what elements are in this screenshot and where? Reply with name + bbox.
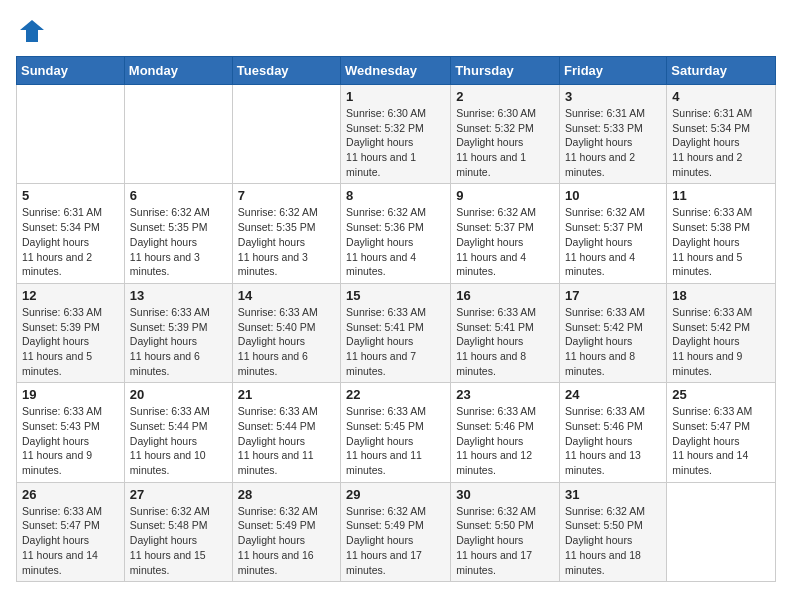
day-number: 21 [238, 387, 335, 402]
weekday-header: Friday [560, 57, 667, 85]
day-info: Sunrise: 6:33 AMSunset: 5:47 PMDaylight … [22, 504, 119, 577]
day-number: 11 [672, 188, 770, 203]
day-info: Sunrise: 6:31 AMSunset: 5:34 PMDaylight … [22, 205, 119, 278]
day-info: Sunrise: 6:33 AMSunset: 5:45 PMDaylight … [346, 404, 445, 477]
calendar-cell [17, 85, 125, 184]
weekday-header: Wednesday [341, 57, 451, 85]
day-info: Sunrise: 6:33 AMSunset: 5:39 PMDaylight … [130, 305, 227, 378]
calendar-cell: 21 Sunrise: 6:33 AMSunset: 5:44 PMDaylig… [232, 383, 340, 482]
calendar-cell: 5 Sunrise: 6:31 AMSunset: 5:34 PMDayligh… [17, 184, 125, 283]
calendar-cell: 30 Sunrise: 6:32 AMSunset: 5:50 PMDaylig… [451, 482, 560, 581]
svg-marker-0 [20, 20, 44, 42]
day-number: 13 [130, 288, 227, 303]
calendar-cell: 24 Sunrise: 6:33 AMSunset: 5:46 PMDaylig… [560, 383, 667, 482]
weekday-header-row: SundayMondayTuesdayWednesdayThursdayFrid… [17, 57, 776, 85]
calendar-cell: 29 Sunrise: 6:32 AMSunset: 5:49 PMDaylig… [341, 482, 451, 581]
day-info: Sunrise: 6:32 AMSunset: 5:50 PMDaylight … [456, 504, 554, 577]
day-info: Sunrise: 6:33 AMSunset: 5:43 PMDaylight … [22, 404, 119, 477]
day-info: Sunrise: 6:33 AMSunset: 5:41 PMDaylight … [456, 305, 554, 378]
calendar-cell: 31 Sunrise: 6:32 AMSunset: 5:50 PMDaylig… [560, 482, 667, 581]
calendar-cell: 27 Sunrise: 6:32 AMSunset: 5:48 PMDaylig… [124, 482, 232, 581]
calendar-week-row: 1 Sunrise: 6:30 AMSunset: 5:32 PMDayligh… [17, 85, 776, 184]
day-number: 9 [456, 188, 554, 203]
day-info: Sunrise: 6:32 AMSunset: 5:49 PMDaylight … [346, 504, 445, 577]
calendar-cell: 6 Sunrise: 6:32 AMSunset: 5:35 PMDayligh… [124, 184, 232, 283]
day-number: 26 [22, 487, 119, 502]
calendar-table: SundayMondayTuesdayWednesdayThursdayFrid… [16, 56, 776, 582]
day-number: 1 [346, 89, 445, 104]
day-info: Sunrise: 6:33 AMSunset: 5:40 PMDaylight … [238, 305, 335, 378]
day-info: Sunrise: 6:32 AMSunset: 5:50 PMDaylight … [565, 504, 661, 577]
day-info: Sunrise: 6:32 AMSunset: 5:48 PMDaylight … [130, 504, 227, 577]
day-number: 2 [456, 89, 554, 104]
day-info: Sunrise: 6:30 AMSunset: 5:32 PMDaylight … [346, 106, 445, 179]
day-number: 19 [22, 387, 119, 402]
calendar-cell: 26 Sunrise: 6:33 AMSunset: 5:47 PMDaylig… [17, 482, 125, 581]
day-info: Sunrise: 6:33 AMSunset: 5:44 PMDaylight … [130, 404, 227, 477]
day-info: Sunrise: 6:33 AMSunset: 5:41 PMDaylight … [346, 305, 445, 378]
day-number: 17 [565, 288, 661, 303]
day-info: Sunrise: 6:31 AMSunset: 5:33 PMDaylight … [565, 106, 661, 179]
day-number: 25 [672, 387, 770, 402]
day-number: 6 [130, 188, 227, 203]
day-number: 5 [22, 188, 119, 203]
calendar-cell [124, 85, 232, 184]
logo-icon [16, 16, 46, 46]
calendar-cell: 18 Sunrise: 6:33 AMSunset: 5:42 PMDaylig… [667, 283, 776, 382]
calendar-cell: 19 Sunrise: 6:33 AMSunset: 5:43 PMDaylig… [17, 383, 125, 482]
day-info: Sunrise: 6:32 AMSunset: 5:37 PMDaylight … [456, 205, 554, 278]
day-number: 7 [238, 188, 335, 203]
day-number: 29 [346, 487, 445, 502]
day-info: Sunrise: 6:32 AMSunset: 5:37 PMDaylight … [565, 205, 661, 278]
calendar-cell: 10 Sunrise: 6:32 AMSunset: 5:37 PMDaylig… [560, 184, 667, 283]
day-info: Sunrise: 6:33 AMSunset: 5:44 PMDaylight … [238, 404, 335, 477]
calendar-week-row: 5 Sunrise: 6:31 AMSunset: 5:34 PMDayligh… [17, 184, 776, 283]
weekday-header: Thursday [451, 57, 560, 85]
day-info: Sunrise: 6:32 AMSunset: 5:36 PMDaylight … [346, 205, 445, 278]
day-number: 27 [130, 487, 227, 502]
calendar-cell: 22 Sunrise: 6:33 AMSunset: 5:45 PMDaylig… [341, 383, 451, 482]
calendar-cell: 28 Sunrise: 6:32 AMSunset: 5:49 PMDaylig… [232, 482, 340, 581]
calendar-cell: 2 Sunrise: 6:30 AMSunset: 5:32 PMDayligh… [451, 85, 560, 184]
calendar-cell: 20 Sunrise: 6:33 AMSunset: 5:44 PMDaylig… [124, 383, 232, 482]
day-number: 30 [456, 487, 554, 502]
logo [16, 16, 50, 46]
day-number: 16 [456, 288, 554, 303]
calendar-cell: 25 Sunrise: 6:33 AMSunset: 5:47 PMDaylig… [667, 383, 776, 482]
calendar-cell: 13 Sunrise: 6:33 AMSunset: 5:39 PMDaylig… [124, 283, 232, 382]
day-number: 4 [672, 89, 770, 104]
day-number: 8 [346, 188, 445, 203]
day-number: 12 [22, 288, 119, 303]
day-number: 15 [346, 288, 445, 303]
weekday-header: Saturday [667, 57, 776, 85]
calendar-cell: 9 Sunrise: 6:32 AMSunset: 5:37 PMDayligh… [451, 184, 560, 283]
day-info: Sunrise: 6:33 AMSunset: 5:47 PMDaylight … [672, 404, 770, 477]
day-number: 14 [238, 288, 335, 303]
calendar-cell: 11 Sunrise: 6:33 AMSunset: 5:38 PMDaylig… [667, 184, 776, 283]
calendar-cell: 8 Sunrise: 6:32 AMSunset: 5:36 PMDayligh… [341, 184, 451, 283]
calendar-week-row: 12 Sunrise: 6:33 AMSunset: 5:39 PMDaylig… [17, 283, 776, 382]
day-info: Sunrise: 6:32 AMSunset: 5:35 PMDaylight … [130, 205, 227, 278]
calendar-cell: 1 Sunrise: 6:30 AMSunset: 5:32 PMDayligh… [341, 85, 451, 184]
calendar-week-row: 19 Sunrise: 6:33 AMSunset: 5:43 PMDaylig… [17, 383, 776, 482]
calendar-cell: 14 Sunrise: 6:33 AMSunset: 5:40 PMDaylig… [232, 283, 340, 382]
calendar-cell [667, 482, 776, 581]
calendar-cell: 3 Sunrise: 6:31 AMSunset: 5:33 PMDayligh… [560, 85, 667, 184]
calendar-cell: 23 Sunrise: 6:33 AMSunset: 5:46 PMDaylig… [451, 383, 560, 482]
weekday-header: Tuesday [232, 57, 340, 85]
day-info: Sunrise: 6:33 AMSunset: 5:46 PMDaylight … [565, 404, 661, 477]
day-info: Sunrise: 6:33 AMSunset: 5:42 PMDaylight … [672, 305, 770, 378]
day-info: Sunrise: 6:33 AMSunset: 5:42 PMDaylight … [565, 305, 661, 378]
page-header [16, 16, 776, 46]
day-number: 28 [238, 487, 335, 502]
day-info: Sunrise: 6:33 AMSunset: 5:38 PMDaylight … [672, 205, 770, 278]
day-number: 18 [672, 288, 770, 303]
calendar-cell: 12 Sunrise: 6:33 AMSunset: 5:39 PMDaylig… [17, 283, 125, 382]
weekday-header: Monday [124, 57, 232, 85]
day-number: 10 [565, 188, 661, 203]
day-number: 31 [565, 487, 661, 502]
calendar-cell: 7 Sunrise: 6:32 AMSunset: 5:35 PMDayligh… [232, 184, 340, 283]
calendar-week-row: 26 Sunrise: 6:33 AMSunset: 5:47 PMDaylig… [17, 482, 776, 581]
day-info: Sunrise: 6:33 AMSunset: 5:39 PMDaylight … [22, 305, 119, 378]
day-info: Sunrise: 6:30 AMSunset: 5:32 PMDaylight … [456, 106, 554, 179]
